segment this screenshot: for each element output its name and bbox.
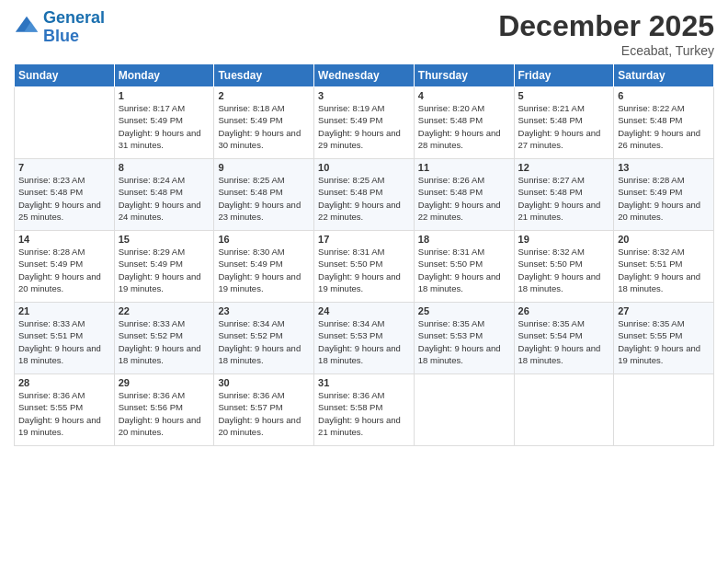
day-cell: 22 Sunrise: 8:33 AM Sunset: 5:52 PM Dayl… <box>114 303 214 374</box>
day-number: 16 <box>218 234 310 245</box>
sunrise: Sunrise: 8:27 AM <box>518 174 610 186</box>
daylight: Daylight: 9 hours and 19 minutes. <box>119 270 210 295</box>
day-cell: 3 Sunrise: 8:19 AM Sunset: 5:49 PM Dayli… <box>314 87 415 159</box>
day-number: 9 <box>218 162 310 173</box>
daylight: Daylight: 9 hours and 28 minutes. <box>418 127 510 152</box>
sunrise: Sunrise: 8:24 AM <box>119 174 210 186</box>
sunrise: Sunrise: 8:34 AM <box>318 317 410 329</box>
daylight: Daylight: 9 hours and 18 minutes. <box>218 342 310 367</box>
sunrise: Sunrise: 8:18 AM <box>218 102 310 114</box>
day-cell: 12 Sunrise: 8:27 AM Sunset: 5:48 PM Dayl… <box>514 159 614 231</box>
sunset: Sunset: 5:49 PM <box>618 186 710 198</box>
day-number: 7 <box>18 162 110 173</box>
day-info: Sunrise: 8:19 AM Sunset: 5:49 PM Dayligh… <box>318 102 410 151</box>
daylight: Daylight: 9 hours and 19 minutes. <box>218 270 310 295</box>
sunset: Sunset: 5:51 PM <box>18 329 110 341</box>
day-number: 18 <box>418 234 510 245</box>
day-number: 15 <box>119 234 210 245</box>
day-cell: 6 Sunrise: 8:22 AM Sunset: 5:48 PM Dayli… <box>614 87 714 159</box>
col-wednesday: Wednesday <box>314 64 415 87</box>
day-info: Sunrise: 8:26 AM Sunset: 5:48 PM Dayligh… <box>418 174 510 223</box>
sunrise: Sunrise: 8:33 AM <box>18 317 110 329</box>
daylight: Daylight: 9 hours and 18 minutes. <box>418 342 510 367</box>
sunrise: Sunrise: 8:32 AM <box>518 246 610 258</box>
sunset: Sunset: 5:48 PM <box>218 186 310 198</box>
sunrise: Sunrise: 8:36 AM <box>119 389 210 401</box>
day-number: 29 <box>119 377 210 388</box>
sunrise: Sunrise: 8:23 AM <box>18 174 110 186</box>
day-cell: 1 Sunrise: 8:17 AM Sunset: 5:49 PM Dayli… <box>114 87 214 159</box>
sunset: Sunset: 5:54 PM <box>518 329 610 341</box>
sunset: Sunset: 5:49 PM <box>18 258 110 270</box>
sunset: Sunset: 5:48 PM <box>518 114 610 126</box>
sunrise: Sunrise: 8:26 AM <box>418 174 510 186</box>
day-number: 8 <box>119 162 210 173</box>
day-number: 3 <box>318 90 410 101</box>
day-number: 24 <box>318 305 410 316</box>
sunrise: Sunrise: 8:29 AM <box>119 246 210 258</box>
col-saturday: Saturday <box>614 64 714 87</box>
day-info: Sunrise: 8:33 AM Sunset: 5:52 PM Dayligh… <box>119 317 210 366</box>
logo-blue: Blue <box>43 27 79 45</box>
header-row: Sunday Monday Tuesday Wednesday Thursday… <box>15 64 714 87</box>
day-cell: 14 Sunrise: 8:28 AM Sunset: 5:49 PM Dayl… <box>15 231 115 303</box>
day-info: Sunrise: 8:27 AM Sunset: 5:48 PM Dayligh… <box>518 174 610 223</box>
day-number: 22 <box>119 305 210 316</box>
day-info: Sunrise: 8:36 AM Sunset: 5:58 PM Dayligh… <box>318 389 410 438</box>
day-number: 12 <box>518 162 610 173</box>
day-info: Sunrise: 8:17 AM Sunset: 5:49 PM Dayligh… <box>119 102 210 151</box>
sunrise: Sunrise: 8:28 AM <box>18 246 110 258</box>
day-cell: 2 Sunrise: 8:18 AM Sunset: 5:49 PM Dayli… <box>214 87 314 159</box>
daylight: Daylight: 9 hours and 26 minutes. <box>618 127 710 152</box>
calendar-body: 1 Sunrise: 8:17 AM Sunset: 5:49 PM Dayli… <box>15 87 714 446</box>
sunrise: Sunrise: 8:25 AM <box>218 174 310 186</box>
daylight: Daylight: 9 hours and 20 minutes. <box>618 199 710 224</box>
week-row-3: 14 Sunrise: 8:28 AM Sunset: 5:49 PM Dayl… <box>15 231 714 303</box>
col-sunday: Sunday <box>15 64 115 87</box>
day-info: Sunrise: 8:35 AM Sunset: 5:53 PM Dayligh… <box>418 317 510 366</box>
day-cell: 26 Sunrise: 8:35 AM Sunset: 5:54 PM Dayl… <box>514 303 614 374</box>
sunrise: Sunrise: 8:32 AM <box>618 246 710 258</box>
daylight: Daylight: 9 hours and 18 minutes. <box>318 342 410 367</box>
day-number: 26 <box>518 305 610 316</box>
daylight: Daylight: 9 hours and 23 minutes. <box>218 199 310 224</box>
sunrise: Sunrise: 8:30 AM <box>218 246 310 258</box>
day-info: Sunrise: 8:21 AM Sunset: 5:48 PM Dayligh… <box>518 102 610 151</box>
sunset: Sunset: 5:48 PM <box>518 186 610 198</box>
day-number: 27 <box>618 305 710 316</box>
day-info: Sunrise: 8:32 AM Sunset: 5:50 PM Dayligh… <box>518 246 610 294</box>
day-number: 23 <box>218 305 310 316</box>
day-info: Sunrise: 8:18 AM Sunset: 5:49 PM Dayligh… <box>218 102 310 151</box>
day-cell: 17 Sunrise: 8:31 AM Sunset: 5:50 PM Dayl… <box>314 231 415 303</box>
sunset: Sunset: 5:48 PM <box>618 114 710 126</box>
sunset: Sunset: 5:52 PM <box>119 329 210 341</box>
day-cell: 13 Sunrise: 8:28 AM Sunset: 5:49 PM Dayl… <box>614 159 714 231</box>
logo-icon <box>14 15 40 40</box>
day-info: Sunrise: 8:31 AM Sunset: 5:50 PM Dayligh… <box>418 246 510 294</box>
sunset: Sunset: 5:48 PM <box>418 186 510 198</box>
day-info: Sunrise: 8:22 AM Sunset: 5:48 PM Dayligh… <box>618 102 710 151</box>
day-cell: 25 Sunrise: 8:35 AM Sunset: 5:53 PM Dayl… <box>414 303 514 374</box>
day-cell: 5 Sunrise: 8:21 AM Sunset: 5:48 PM Dayli… <box>514 87 614 159</box>
day-cell: 31 Sunrise: 8:36 AM Sunset: 5:58 PM Dayl… <box>314 374 415 446</box>
day-number: 10 <box>318 162 410 173</box>
logo-text: General Blue <box>43 9 105 46</box>
sunset: Sunset: 5:58 PM <box>318 401 410 413</box>
day-cell <box>15 87 115 159</box>
sunset: Sunset: 5:52 PM <box>218 329 310 341</box>
sunset: Sunset: 5:55 PM <box>618 329 710 341</box>
day-cell: 27 Sunrise: 8:35 AM Sunset: 5:55 PM Dayl… <box>614 303 714 374</box>
day-cell: 15 Sunrise: 8:29 AM Sunset: 5:49 PM Dayl… <box>114 231 214 303</box>
logo: General Blue <box>14 9 105 46</box>
calendar-table: Sunday Monday Tuesday Wednesday Thursday… <box>14 63 714 446</box>
day-info: Sunrise: 8:28 AM Sunset: 5:49 PM Dayligh… <box>18 246 110 294</box>
daylight: Daylight: 9 hours and 18 minutes. <box>518 342 610 367</box>
daylight: Daylight: 9 hours and 18 minutes. <box>18 342 110 367</box>
day-cell: 16 Sunrise: 8:30 AM Sunset: 5:49 PM Dayl… <box>214 231 314 303</box>
day-number: 30 <box>218 377 310 388</box>
week-row-2: 7 Sunrise: 8:23 AM Sunset: 5:48 PM Dayli… <box>15 159 714 231</box>
day-cell <box>414 374 514 446</box>
day-info: Sunrise: 8:36 AM Sunset: 5:56 PM Dayligh… <box>119 389 210 438</box>
day-number: 28 <box>18 377 110 388</box>
day-info: Sunrise: 8:28 AM Sunset: 5:49 PM Dayligh… <box>618 174 710 223</box>
